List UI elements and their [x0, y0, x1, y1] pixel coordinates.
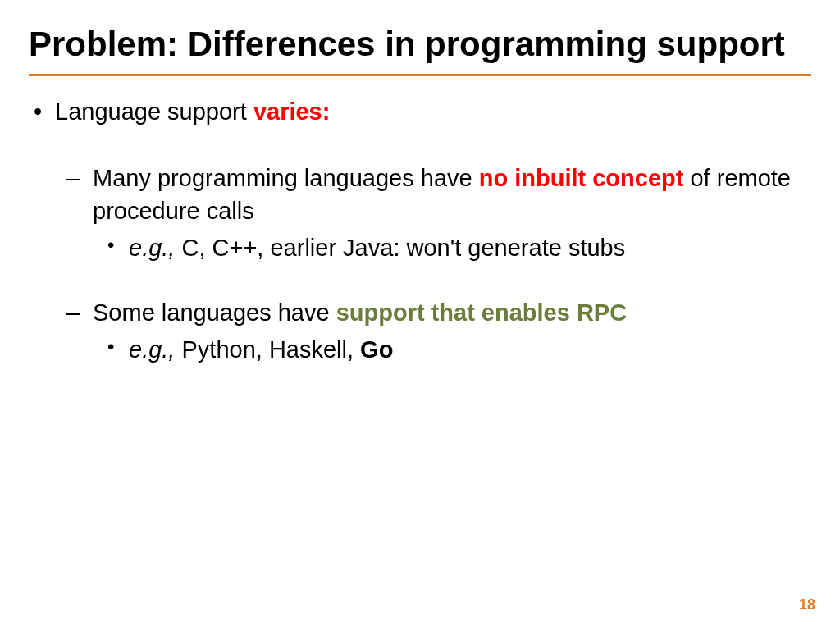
bullet3b-bold: Go [360, 336, 393, 363]
title-divider [29, 74, 811, 76]
slide-container: Problem: Differences in programming supp… [0, 0, 840, 630]
bullet-item-2b: Some languages have support that enables… [55, 297, 811, 366]
bullet-item-1: Language support varies: Many programmin… [29, 96, 811, 366]
bullet2b-prefix: Some languages have [93, 299, 336, 326]
bullet-list-level3b: e.g., Python, Haskell, Go [93, 334, 811, 366]
slide-content: Language support varies: Many programmin… [29, 96, 811, 366]
bullet-list-level3a: e.g., C, C++, earlier Java: won't genera… [93, 232, 811, 264]
bullet-list-level2: Many programming languages have no inbui… [55, 162, 811, 366]
bullet3a-eg: e.g., [129, 235, 175, 261]
bullet1-prefix: Language support [55, 98, 253, 125]
bullet2a-emphasis: no inbuilt concept [479, 165, 684, 191]
bullet2b-emphasis: support that enables RPC [336, 299, 628, 326]
bullet-item-3a: e.g., C, C++, earlier Java: won't genera… [93, 232, 811, 264]
bullet-list-level1: Language support varies: Many programmin… [29, 96, 811, 366]
bullet3b-eg: e.g., [129, 336, 175, 363]
bullet-item-3b: e.g., Python, Haskell, Go [93, 334, 811, 366]
slide-title: Problem: Differences in programming supp… [29, 25, 811, 64]
bullet1-emphasis: varies: [253, 98, 331, 125]
bullet2a-prefix: Many programming languages have [93, 165, 479, 191]
bullet-item-2a: Many programming languages have no inbui… [55, 162, 811, 263]
bullet3a-text: C, C++, earlier Java: won't generate stu… [175, 235, 625, 261]
page-number: 18 [799, 596, 815, 614]
bullet3b-text: Python, Haskell, [175, 336, 360, 363]
